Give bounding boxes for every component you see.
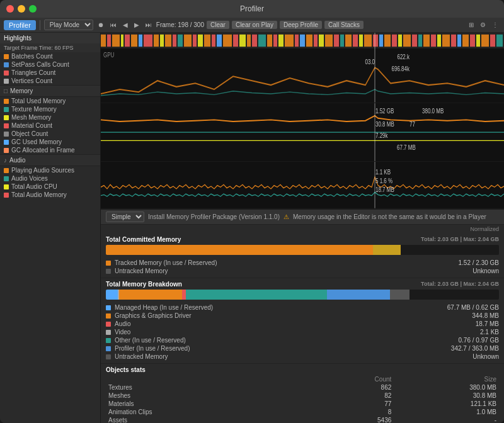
gc-used-label: GC Used Memory (11, 138, 62, 145)
svg-rect-53 (437, 35, 441, 47)
col-count: Count (323, 375, 394, 383)
svg-text:GPU: GPU (103, 50, 114, 59)
svg-text:5  1.6 %: 5 1.6 % (375, 176, 393, 184)
maximize-button[interactable] (29, 5, 37, 13)
untracked-bar2 (390, 290, 410, 300)
audio-graph[interactable]: 1.1 KB 5 1.6 % 18.7 MB (101, 162, 504, 209)
more-button[interactable]: ⋮ (490, 21, 500, 29)
tracked-value: 1.52 / 2.30 GB (449, 259, 499, 266)
metric-total-audio-cpu[interactable]: Total Audio CPU (0, 183, 100, 191)
audio-title: Audio (9, 157, 26, 164)
deep-profile-button[interactable]: Deep Profile (280, 21, 322, 29)
toolbar-separator (40, 20, 40, 30)
gc-alloc-color (4, 148, 9, 153)
svg-rect-47 (398, 35, 402, 47)
clear-button[interactable]: Clear (207, 21, 229, 29)
svg-rect-2 (101, 35, 106, 47)
next-frame-button[interactable]: ⏭ (144, 21, 154, 29)
objects-stats-header: Objects stats (106, 366, 499, 373)
metric-object-count[interactable]: Object Count (0, 130, 100, 138)
target-frame: Target Frame Time: 60 FPS (0, 43, 100, 52)
metric-gc-allocated[interactable]: GC Allocated in Frame (0, 146, 100, 154)
mesh-mem-color (4, 115, 9, 120)
total-committed-section: Total Committed Memory Total: 2.03 GB | … (101, 234, 504, 278)
row-size: 121.1 KB (394, 400, 499, 408)
untracked2-label: Untracked Memory (115, 353, 445, 360)
simple-dropdown[interactable]: Simple (106, 212, 144, 222)
svg-rect-62 (496, 35, 503, 47)
frame-counter: Frame: 198 / 300 (156, 21, 204, 28)
warning-text: Memory usage in the Editor is not the sa… (293, 213, 486, 220)
row-count: 82 (323, 392, 394, 400)
metric-gc-used-memory[interactable]: GC Used Memory (0, 138, 100, 146)
svg-rect-44 (379, 35, 383, 47)
prev-step-button[interactable]: ◀ (121, 21, 130, 29)
metric-total-used-memory[interactable]: Total Used Memory (0, 97, 100, 105)
profiler-content: Highlights Target Frame Time: 60 FPS Bat… (0, 33, 504, 423)
next-step-button[interactable]: ▶ (132, 21, 141, 29)
tex-mem-label: Texture Memory (11, 106, 57, 113)
call-stacks-button[interactable]: Call Stacks (324, 21, 364, 29)
svg-rect-50 (418, 35, 422, 47)
svg-rect-34 (314, 35, 318, 47)
svg-rect-16 (193, 35, 197, 47)
audio-voices-label: Audio Voices (11, 175, 48, 182)
metric-mesh-memory[interactable]: Mesh Memory (0, 113, 100, 121)
metric-total-audio-memory[interactable]: Total Audio Memory (0, 191, 100, 199)
total-committed-title: Total Committed Memory (106, 236, 181, 243)
svg-rect-39 (345, 35, 352, 47)
record-button[interactable]: ⏺ (96, 21, 106, 29)
metric-triangles-count[interactable]: Triangles Count (0, 69, 100, 77)
audio-svg: 1.1 KB 5 1.6 % 18.7 MB (101, 162, 504, 208)
metric-vertices-count[interactable]: Vertices Count (0, 77, 100, 85)
obj-count-label: Object Count (11, 130, 48, 137)
metric-audio-voices[interactable]: Audio Voices (0, 174, 100, 183)
metric-playing-audio[interactable]: Playing Audio Sources (0, 166, 100, 174)
row-count: 8 (323, 408, 394, 416)
svg-text:7.29k: 7.29k (375, 132, 388, 139)
metric-material-count[interactable]: Material Count (0, 121, 100, 130)
untracked-label: Untracked Memory (115, 268, 445, 274)
memory-title: Memory (10, 87, 33, 94)
prev-frame-button[interactable]: ⏮ (108, 21, 118, 29)
play-mode-dropdown[interactable]: Play Mode (44, 20, 93, 30)
svg-rect-45 (384, 35, 391, 47)
svg-rect-35 (319, 35, 324, 47)
warning-icon: ⚠ (284, 213, 289, 220)
play-audio-label: Playing Audio Sources (11, 167, 74, 174)
svg-rect-26 (258, 35, 266, 47)
svg-rect-40 (353, 35, 358, 47)
metric-setpass-count[interactable]: SetPass Calls Count (0, 60, 100, 69)
audio-mem-color (4, 193, 9, 198)
profiler-tab[interactable]: Profiler (4, 20, 36, 30)
metric-batches-count[interactable]: Batches Count (0, 52, 100, 60)
managed-label: Managed Heap (In use / Reserved) (115, 304, 444, 311)
memory-graph[interactable]: 1.52 GB 380.0 MB 30.8 MB 77 7.29k 67.7 M… (101, 103, 504, 162)
minimize-button[interactable] (18, 5, 25, 13)
close-button[interactable] (6, 5, 14, 13)
table-row: Meshes 82 30.8 MB (106, 392, 499, 400)
svg-rect-3 (107, 35, 111, 47)
row-label: Textures (106, 383, 323, 392)
objects-stats-title: Objects stats (106, 366, 146, 373)
setpass-color (4, 62, 9, 67)
untracked2-value: Unknown (449, 353, 499, 360)
total-committed-bar (106, 245, 499, 255)
svg-rect-12 (165, 35, 171, 47)
svg-rect-76 (101, 162, 504, 208)
managed-value: 67.7 MB / 0.62 GB (447, 304, 499, 311)
svg-rect-41 (359, 35, 363, 47)
highlights-graph[interactable]: GPU 03.0 622.k 696.84k (101, 33, 504, 103)
window-title: Profiler (240, 4, 264, 13)
layout-button[interactable]: ⊞ (467, 21, 476, 29)
clear-on-play-button[interactable]: Clear on Play (232, 21, 277, 29)
metric-texture-memory[interactable]: Texture Memory (0, 105, 100, 113)
row-count: 5436 (323, 416, 394, 423)
graphs-container: GPU 03.0 622.k 696.84k (101, 33, 504, 209)
left-panel: Highlights Target Frame Time: 60 FPS Bat… (0, 33, 101, 423)
normalized-container: Normalized (101, 225, 504, 234)
svg-rect-57 (462, 35, 469, 47)
svg-rect-22 (233, 35, 238, 47)
gc-used-color (4, 140, 9, 145)
settings-button[interactable]: ⚙ (478, 21, 488, 29)
